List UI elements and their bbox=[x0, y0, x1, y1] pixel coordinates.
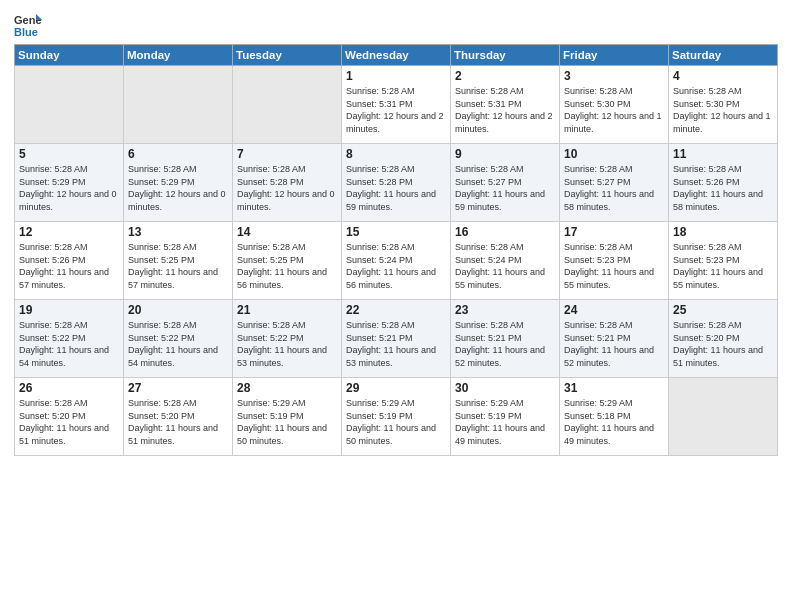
day-number: 16 bbox=[455, 225, 555, 239]
day-number: 26 bbox=[19, 381, 119, 395]
day-header-tuesday: Tuesday bbox=[233, 45, 342, 66]
day-info: Sunrise: 5:28 AM Sunset: 5:25 PM Dayligh… bbox=[237, 241, 337, 291]
day-info: Sunrise: 5:28 AM Sunset: 5:22 PM Dayligh… bbox=[237, 319, 337, 369]
day-header-thursday: Thursday bbox=[451, 45, 560, 66]
day-number: 19 bbox=[19, 303, 119, 317]
calendar-cell: 16Sunrise: 5:28 AM Sunset: 5:24 PM Dayli… bbox=[451, 222, 560, 300]
calendar-cell: 22Sunrise: 5:28 AM Sunset: 5:21 PM Dayli… bbox=[342, 300, 451, 378]
calendar-cell: 13Sunrise: 5:28 AM Sunset: 5:25 PM Dayli… bbox=[124, 222, 233, 300]
day-info: Sunrise: 5:28 AM Sunset: 5:27 PM Dayligh… bbox=[455, 163, 555, 213]
calendar-cell: 1Sunrise: 5:28 AM Sunset: 5:31 PM Daylig… bbox=[342, 66, 451, 144]
day-number: 25 bbox=[673, 303, 773, 317]
calendar-cell: 5Sunrise: 5:28 AM Sunset: 5:29 PM Daylig… bbox=[15, 144, 124, 222]
calendar-cell bbox=[233, 66, 342, 144]
day-header-friday: Friday bbox=[560, 45, 669, 66]
day-number: 22 bbox=[346, 303, 446, 317]
day-info: Sunrise: 5:28 AM Sunset: 5:30 PM Dayligh… bbox=[673, 85, 773, 135]
day-info: Sunrise: 5:29 AM Sunset: 5:19 PM Dayligh… bbox=[455, 397, 555, 447]
day-number: 13 bbox=[128, 225, 228, 239]
day-info: Sunrise: 5:28 AM Sunset: 5:21 PM Dayligh… bbox=[564, 319, 664, 369]
calendar-cell: 18Sunrise: 5:28 AM Sunset: 5:23 PM Dayli… bbox=[669, 222, 778, 300]
calendar-cell: 26Sunrise: 5:28 AM Sunset: 5:20 PM Dayli… bbox=[15, 378, 124, 456]
day-number: 15 bbox=[346, 225, 446, 239]
day-number: 2 bbox=[455, 69, 555, 83]
day-info: Sunrise: 5:28 AM Sunset: 5:21 PM Dayligh… bbox=[346, 319, 446, 369]
day-number: 30 bbox=[455, 381, 555, 395]
day-number: 18 bbox=[673, 225, 773, 239]
calendar-cell: 15Sunrise: 5:28 AM Sunset: 5:24 PM Dayli… bbox=[342, 222, 451, 300]
calendar-cell: 9Sunrise: 5:28 AM Sunset: 5:27 PM Daylig… bbox=[451, 144, 560, 222]
calendar-cell: 7Sunrise: 5:28 AM Sunset: 5:28 PM Daylig… bbox=[233, 144, 342, 222]
day-number: 28 bbox=[237, 381, 337, 395]
day-info: Sunrise: 5:28 AM Sunset: 5:24 PM Dayligh… bbox=[346, 241, 446, 291]
calendar-cell: 10Sunrise: 5:28 AM Sunset: 5:27 PM Dayli… bbox=[560, 144, 669, 222]
calendar-cell bbox=[669, 378, 778, 456]
logo: General Blue bbox=[14, 10, 42, 38]
calendar-cell: 23Sunrise: 5:28 AM Sunset: 5:21 PM Dayli… bbox=[451, 300, 560, 378]
day-number: 24 bbox=[564, 303, 664, 317]
day-info: Sunrise: 5:28 AM Sunset: 5:20 PM Dayligh… bbox=[673, 319, 773, 369]
day-header-monday: Monday bbox=[124, 45, 233, 66]
day-info: Sunrise: 5:29 AM Sunset: 5:19 PM Dayligh… bbox=[346, 397, 446, 447]
day-info: Sunrise: 5:28 AM Sunset: 5:22 PM Dayligh… bbox=[19, 319, 119, 369]
calendar-cell: 27Sunrise: 5:28 AM Sunset: 5:20 PM Dayli… bbox=[124, 378, 233, 456]
day-info: Sunrise: 5:28 AM Sunset: 5:30 PM Dayligh… bbox=[564, 85, 664, 135]
day-info: Sunrise: 5:29 AM Sunset: 5:19 PM Dayligh… bbox=[237, 397, 337, 447]
page-header: General Blue bbox=[14, 10, 778, 38]
day-info: Sunrise: 5:28 AM Sunset: 5:28 PM Dayligh… bbox=[346, 163, 446, 213]
calendar-cell: 8Sunrise: 5:28 AM Sunset: 5:28 PM Daylig… bbox=[342, 144, 451, 222]
day-number: 27 bbox=[128, 381, 228, 395]
day-number: 6 bbox=[128, 147, 228, 161]
day-info: Sunrise: 5:28 AM Sunset: 5:31 PM Dayligh… bbox=[455, 85, 555, 135]
day-info: Sunrise: 5:28 AM Sunset: 5:28 PM Dayligh… bbox=[237, 163, 337, 213]
calendar-cell: 31Sunrise: 5:29 AM Sunset: 5:18 PM Dayli… bbox=[560, 378, 669, 456]
calendar-cell bbox=[15, 66, 124, 144]
day-info: Sunrise: 5:28 AM Sunset: 5:31 PM Dayligh… bbox=[346, 85, 446, 135]
day-info: Sunrise: 5:28 AM Sunset: 5:22 PM Dayligh… bbox=[128, 319, 228, 369]
calendar: SundayMondayTuesdayWednesdayThursdayFrid… bbox=[14, 44, 778, 456]
svg-text:Blue: Blue bbox=[14, 26, 38, 38]
day-number: 3 bbox=[564, 69, 664, 83]
calendar-cell: 11Sunrise: 5:28 AM Sunset: 5:26 PM Dayli… bbox=[669, 144, 778, 222]
day-number: 9 bbox=[455, 147, 555, 161]
day-info: Sunrise: 5:28 AM Sunset: 5:26 PM Dayligh… bbox=[19, 241, 119, 291]
day-info: Sunrise: 5:28 AM Sunset: 5:20 PM Dayligh… bbox=[19, 397, 119, 447]
day-number: 12 bbox=[19, 225, 119, 239]
day-info: Sunrise: 5:28 AM Sunset: 5:20 PM Dayligh… bbox=[128, 397, 228, 447]
day-number: 14 bbox=[237, 225, 337, 239]
calendar-cell: 28Sunrise: 5:29 AM Sunset: 5:19 PM Dayli… bbox=[233, 378, 342, 456]
calendar-cell: 3Sunrise: 5:28 AM Sunset: 5:30 PM Daylig… bbox=[560, 66, 669, 144]
day-number: 7 bbox=[237, 147, 337, 161]
day-info: Sunrise: 5:28 AM Sunset: 5:29 PM Dayligh… bbox=[128, 163, 228, 213]
day-info: Sunrise: 5:28 AM Sunset: 5:24 PM Dayligh… bbox=[455, 241, 555, 291]
calendar-cell: 12Sunrise: 5:28 AM Sunset: 5:26 PM Dayli… bbox=[15, 222, 124, 300]
day-info: Sunrise: 5:28 AM Sunset: 5:27 PM Dayligh… bbox=[564, 163, 664, 213]
day-number: 5 bbox=[19, 147, 119, 161]
day-info: Sunrise: 5:28 AM Sunset: 5:29 PM Dayligh… bbox=[19, 163, 119, 213]
day-header-saturday: Saturday bbox=[669, 45, 778, 66]
calendar-cell: 17Sunrise: 5:28 AM Sunset: 5:23 PM Dayli… bbox=[560, 222, 669, 300]
day-header-sunday: Sunday bbox=[15, 45, 124, 66]
day-number: 17 bbox=[564, 225, 664, 239]
calendar-cell: 30Sunrise: 5:29 AM Sunset: 5:19 PM Dayli… bbox=[451, 378, 560, 456]
calendar-cell: 4Sunrise: 5:28 AM Sunset: 5:30 PM Daylig… bbox=[669, 66, 778, 144]
calendar-cell: 14Sunrise: 5:28 AM Sunset: 5:25 PM Dayli… bbox=[233, 222, 342, 300]
day-number: 1 bbox=[346, 69, 446, 83]
day-number: 31 bbox=[564, 381, 664, 395]
day-info: Sunrise: 5:29 AM Sunset: 5:18 PM Dayligh… bbox=[564, 397, 664, 447]
calendar-cell: 25Sunrise: 5:28 AM Sunset: 5:20 PM Dayli… bbox=[669, 300, 778, 378]
day-info: Sunrise: 5:28 AM Sunset: 5:23 PM Dayligh… bbox=[673, 241, 773, 291]
calendar-cell: 29Sunrise: 5:29 AM Sunset: 5:19 PM Dayli… bbox=[342, 378, 451, 456]
day-number: 29 bbox=[346, 381, 446, 395]
day-number: 4 bbox=[673, 69, 773, 83]
day-info: Sunrise: 5:28 AM Sunset: 5:21 PM Dayligh… bbox=[455, 319, 555, 369]
calendar-cell: 2Sunrise: 5:28 AM Sunset: 5:31 PM Daylig… bbox=[451, 66, 560, 144]
day-number: 8 bbox=[346, 147, 446, 161]
calendar-cell: 19Sunrise: 5:28 AM Sunset: 5:22 PM Dayli… bbox=[15, 300, 124, 378]
day-info: Sunrise: 5:28 AM Sunset: 5:25 PM Dayligh… bbox=[128, 241, 228, 291]
day-info: Sunrise: 5:28 AM Sunset: 5:23 PM Dayligh… bbox=[564, 241, 664, 291]
day-number: 21 bbox=[237, 303, 337, 317]
calendar-cell bbox=[124, 66, 233, 144]
day-number: 23 bbox=[455, 303, 555, 317]
day-info: Sunrise: 5:28 AM Sunset: 5:26 PM Dayligh… bbox=[673, 163, 773, 213]
